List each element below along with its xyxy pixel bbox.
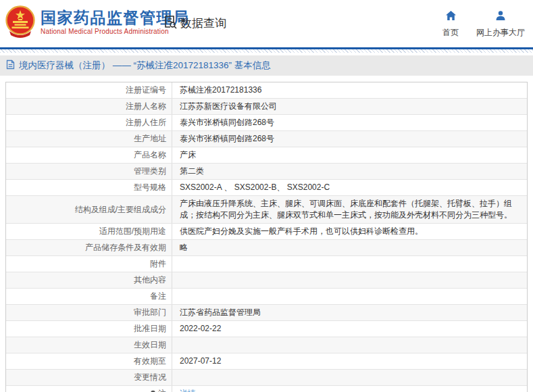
row-value: 略 — [172, 240, 527, 255]
row-value-text: 产床由液压升降系统、主床、腿床、可调床面、床底座和配套件（托腿架、托臂板、拉手）… — [180, 198, 522, 221]
row-label: 注册证编号 — [6, 82, 172, 98]
row-label: 结构及组成/主要组成成分 — [6, 196, 172, 223]
row-label-text: 其他内容 — [134, 274, 166, 286]
row-label-text: 生效日期 — [134, 339, 166, 351]
table-row: 注册人名称江苏苏新医疗设备有限公司 — [6, 99, 527, 115]
row-label-text: 批准日期 — [134, 323, 166, 335]
row-label-text: 管理类别 — [134, 166, 166, 177]
row-label: 生效日期 — [6, 337, 172, 353]
row-value-text: 第二类 — [180, 166, 204, 177]
row-label-text: 审批部门 — [134, 307, 166, 318]
table-row: 型号规格SXS2002-A 、 SXS2002-B、 SXS2002-C — [6, 180, 527, 196]
row-label-text: 结构及组成/主要组成成分 — [75, 204, 166, 216]
table-row: 附件 — [6, 256, 527, 272]
row-label-text: 生产地址 — [134, 133, 166, 145]
row-label-text: 注册证编号 — [126, 84, 166, 96]
table-row: 备注 — [6, 289, 527, 305]
row-value: 2027-07-12 — [172, 353, 527, 369]
table-row: 生产地址泰兴市张桥镇同创路268号 — [6, 131, 527, 147]
row-label: 适用范围/预期用途 — [6, 224, 172, 239]
row-value: 产床由液压升降系统、主床、腿床、可调床面、床底座和配套件（托腿架、托臂板、拉手）… — [172, 196, 527, 223]
row-value: 江苏省药品监督管理局 — [172, 305, 527, 320]
user-icon — [495, 10, 506, 24]
row-label: 批准日期 — [6, 321, 172, 337]
row-value: 江苏苏新医疗设备有限公司 — [172, 99, 527, 114]
bulb-icon — [150, 390, 156, 392]
row-value — [172, 272, 527, 288]
row-value: 苏械注准20172181336 — [172, 82, 527, 98]
data-query-label: 数据查询 — [180, 16, 226, 31]
table-row: 产品名称产床 — [6, 147, 527, 164]
row-value-text: 泰兴市张桥镇同创路268号 — [180, 133, 274, 145]
table-row: 批准日期2022-02-22 — [6, 321, 527, 337]
row-label: 有效期至 — [6, 353, 172, 369]
breadcrumb: 境内医疗器械（注册） —— “苏械注准20172181336” 基本信息 — [0, 55, 533, 76]
table-row: 产品储存条件及有效期略 — [6, 240, 527, 256]
table-row: 适用范围/预期用途供医院产妇分娩及实施一般产科手术用，也可以供妇科诊断检查用。 — [6, 224, 527, 240]
row-label: 注册人住所 — [6, 115, 172, 130]
row-label: 产品名称 — [6, 147, 172, 163]
row-value-text: 2027-07-12 — [180, 356, 221, 367]
row-value: 泰兴市张桥镇同创路268号 — [172, 115, 527, 130]
row-label-text: 变更情况 — [134, 372, 166, 383]
row-label-text: 附件 — [150, 258, 166, 270]
row-label: 管理类别 — [6, 164, 172, 179]
nav-service-hall-label: 网上办事大厅 — [476, 27, 525, 39]
row-label: 注册人名称 — [6, 99, 172, 114]
row-label-text: 型号规格 — [134, 182, 166, 193]
row-value-text: 供医院产妇分娩及实施一般产科手术用，也可以供妇科诊断检查用。 — [180, 226, 423, 237]
table-row: 变更情况 — [6, 370, 527, 386]
row-value: 供医院产妇分娩及实施一般产科手术用，也可以供妇科诊断检查用。 — [172, 224, 527, 239]
row-value-text: 江苏省药品监督管理局 — [180, 307, 261, 318]
data-query-section[interactable]: 数据查询 — [163, 14, 226, 32]
row-label: 附件 — [6, 256, 172, 272]
table-row: 审批部门江苏省药品监督管理局 — [6, 305, 527, 321]
table-row: 管理类别第二类 — [6, 164, 527, 180]
row-label: 注 — [6, 386, 172, 392]
row-label-text: 产品储存条件及有效期 — [85, 242, 166, 253]
row-label-text: 注册人名称 — [126, 101, 166, 112]
nav-home-label: 首页 — [442, 27, 459, 39]
table-row: 其他内容 — [6, 272, 527, 289]
row-value-text: 略 — [180, 242, 188, 253]
row-value: 产床 — [172, 147, 527, 163]
document-search-icon — [163, 14, 178, 32]
nav-service-hall[interactable]: 网上办事大厅 — [476, 10, 525, 39]
header-nav: 首页 网上办事大厅 — [442, 10, 525, 39]
document-icon — [6, 59, 15, 72]
page-title: 境内医疗器械（注册） —— “苏械注准20172181336” 基本信息 — [19, 59, 271, 72]
row-label-text: 注 — [158, 388, 166, 392]
table-row: 有效期至2027-07-12 — [6, 353, 527, 370]
table-row: 结构及组成/主要组成成分产床由液压升降系统、主床、腿床、可调床面、床底座和配套件… — [6, 196, 527, 224]
table-row: 注册人住所泰兴市张桥镇同创路268号 — [6, 115, 527, 131]
header: 国家药品监督管理局 National Medical Products Admi… — [0, 0, 533, 47]
table-row: 生效日期 — [6, 337, 527, 353]
home-icon — [445, 10, 457, 24]
row-label: 其他内容 — [6, 272, 172, 288]
row-label: 产品储存条件及有效期 — [6, 240, 172, 255]
row-label: 生产地址 — [6, 131, 172, 147]
row-value: SXS2002-A 、 SXS2002-B、 SXS2002-C — [172, 180, 527, 195]
row-label: 备注 — [6, 289, 172, 304]
row-label-text: 备注 — [150, 291, 166, 302]
row-value-text: 2022-02-22 — [180, 323, 221, 335]
row-label: 审批部门 — [6, 305, 172, 320]
row-value-text: 江苏苏新医疗设备有限公司 — [180, 101, 277, 112]
row-value: 详情 — [172, 386, 527, 392]
row-label: 变更情况 — [6, 370, 172, 385]
row-value: 泰兴市张桥镇同创路268号 — [172, 131, 527, 147]
row-value — [172, 256, 527, 272]
row-value-text: 产床 — [180, 149, 196, 161]
header-divider-hatch — [0, 49, 533, 53]
detail-link[interactable]: 详情 — [180, 388, 196, 392]
national-emblem-logo — [5, 5, 35, 41]
row-value: 第二类 — [172, 164, 527, 179]
row-value-text: SXS2002-A 、 SXS2002-B、 SXS2002-C — [180, 182, 330, 193]
row-label-text: 注册人住所 — [126, 117, 166, 128]
row-value-text: 泰兴市张桥镇同创路268号 — [180, 117, 274, 128]
nav-home[interactable]: 首页 — [442, 10, 459, 39]
row-label: 型号规格 — [6, 180, 172, 195]
table-row: 注册证编号苏械注准20172181336 — [6, 82, 527, 99]
row-value — [172, 289, 527, 304]
detail-table: 注册证编号苏械注准20172181336注册人名称江苏苏新医疗设备有限公司注册人… — [5, 82, 528, 392]
